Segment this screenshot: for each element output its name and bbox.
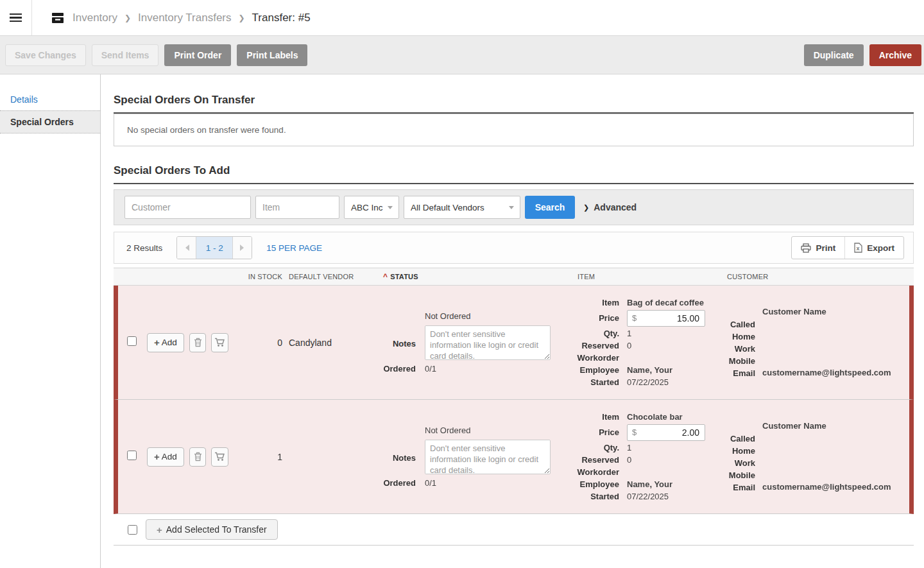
row-checkbox[interactable]: [127, 336, 137, 346]
cart-button[interactable]: [211, 333, 228, 352]
previous-page-button[interactable]: [177, 237, 196, 259]
results-count: 2 Results: [126, 243, 162, 253]
column-header-item[interactable]: ITEM: [565, 273, 712, 280]
customer-email-link[interactable]: customername@lightspeed.com: [762, 368, 903, 378]
print-results-button[interactable]: Print: [792, 237, 844, 259]
ordered-label: Ordered: [375, 478, 416, 488]
price-input[interactable]: [637, 427, 705, 438]
arrow-right-icon: [240, 245, 247, 251]
breadcrumb-current-page: Transfer: #5: [252, 12, 311, 24]
column-header-default-vendor[interactable]: DEFAULT VENDOR: [282, 273, 375, 280]
trash-icon: [194, 338, 202, 347]
add-row-button[interactable]: +Add: [147, 447, 184, 467]
svg-text:x: x: [857, 245, 860, 252]
sidebar: Details Special Orders: [0, 74, 101, 568]
table-header: IN STOCK DEFAULT VENDOR ^STATUS ITEM CUS…: [114, 268, 914, 286]
price-input[interactable]: [637, 313, 705, 323]
customer-email-link[interactable]: customername@lightspeed.com: [762, 482, 903, 492]
column-header-customer[interactable]: CUSTOMER: [712, 273, 909, 280]
select-all-checkbox[interactable]: [128, 525, 137, 535]
column-header-in-stock[interactable]: IN STOCK: [228, 273, 282, 280]
sidebar-item-details[interactable]: Details: [0, 89, 100, 110]
delete-row-button[interactable]: [189, 333, 207, 352]
cart-icon: [214, 452, 225, 461]
status-block: Not Ordered Notes Ordered 0/1: [375, 426, 565, 488]
item-name-link[interactable]: Chocolate bar: [627, 412, 712, 422]
search-button[interactable]: Search: [525, 196, 575, 219]
work-label: Work: [712, 344, 755, 354]
send-items-button[interactable]: Send Items: [92, 44, 159, 66]
arrow-left-icon: [182, 245, 189, 251]
breadcrumb-inventory-transfers[interactable]: Inventory Transfers: [138, 12, 232, 24]
section-title-on-transfer: Special Orders On Transfer: [114, 94, 914, 114]
price-field: $: [627, 424, 705, 441]
mobile-label: Mobile: [712, 356, 755, 366]
empty-message: No special orders on transfer were found…: [114, 114, 914, 146]
started-value: 07/22/2025: [627, 492, 712, 502]
notes-label: Notes: [375, 453, 416, 463]
search-bar: ABC Inc All Default Vendors Search ❯ Adv…: [114, 189, 914, 225]
advanced-search-toggle[interactable]: ❯ Advanced: [583, 202, 637, 212]
workorder-value: [627, 467, 712, 478]
main-content: Special Orders On Transfer No special or…: [101, 74, 924, 568]
section-title-to-add: Special Orders To Add: [114, 164, 914, 184]
price-field: $: [627, 310, 705, 327]
workorder-label: Workorder: [565, 467, 619, 477]
notes-textarea[interactable]: [425, 325, 551, 360]
item-label: Item: [565, 298, 619, 307]
next-page-button[interactable]: [232, 237, 252, 259]
print-results-label: Print: [816, 243, 835, 253]
print-labels-button[interactable]: Print Labels: [237, 44, 307, 66]
inventory-box-icon: [51, 12, 64, 24]
add-row-button[interactable]: +Add: [147, 333, 184, 352]
employee-link[interactable]: Name, Your: [627, 479, 712, 490]
special-order-row: +Add 0 Candyland Not Ordered Notes Order…: [114, 286, 914, 400]
qty-value: 1: [627, 443, 712, 453]
reserved-label: Reserved: [565, 341, 619, 350]
reserved-value: 0: [627, 341, 712, 351]
work-label: Work: [712, 458, 755, 468]
archive-button[interactable]: Archive: [869, 44, 921, 66]
status-block: Not Ordered Notes Ordered 0/1: [375, 311, 565, 374]
notes-label: Notes: [375, 339, 416, 349]
duplicate-button[interactable]: Duplicate: [804, 44, 864, 66]
shop-select[interactable]: ABC Inc: [344, 196, 399, 219]
save-changes-button[interactable]: Save Changes: [5, 44, 86, 66]
main-menu-button[interactable]: [0, 0, 32, 35]
column-header-status[interactable]: ^STATUS: [375, 272, 565, 281]
print-order-button[interactable]: Print Order: [164, 44, 231, 66]
per-page-link[interactable]: 15 PER PAGE: [266, 243, 322, 253]
export-label: Export: [867, 243, 894, 253]
row-checkbox[interactable]: [127, 451, 137, 460]
pagination: 1 - 2: [176, 236, 252, 259]
plus-icon: +: [154, 337, 160, 348]
chevron-down-icon: [388, 206, 393, 212]
vendor-select[interactable]: All Default Vendors: [404, 196, 520, 219]
in-stock-value: 1: [228, 452, 282, 462]
add-selected-to-transfer-button[interactable]: +Add Selected To Transfer: [146, 519, 278, 540]
in-stock-value: 0: [228, 338, 282, 348]
shop-select-value: ABC Inc: [351, 203, 383, 212]
price-label: Price: [565, 313, 619, 323]
export-button[interactable]: x Export: [844, 237, 903, 259]
export-file-icon: x: [854, 243, 862, 253]
employee-link[interactable]: Name, Your: [627, 365, 712, 375]
ordered-value: 0/1: [425, 478, 565, 488]
qty-label: Qty.: [565, 443, 619, 452]
page-range[interactable]: 1 - 2: [196, 237, 232, 259]
sidebar-item-special-orders[interactable]: Special Orders: [0, 110, 100, 133]
customer-name-link[interactable]: Customer Name: [762, 421, 903, 431]
breadcrumb-inventory[interactable]: Inventory: [73, 12, 117, 24]
delete-row-button[interactable]: [189, 447, 207, 467]
item-search-input[interactable]: [255, 196, 339, 219]
cart-button[interactable]: [211, 447, 228, 467]
customer-name-link[interactable]: Customer Name: [762, 307, 903, 317]
customer-search-input[interactable]: [124, 196, 251, 219]
currency-symbol: $: [628, 427, 637, 437]
employee-label: Employee: [565, 365, 619, 375]
top-bar: Inventory ❯ Inventory Transfers ❯ Transf…: [0, 0, 924, 36]
item-name-link[interactable]: Bag of decaf coffee: [627, 298, 712, 308]
status-value: Not Ordered: [425, 426, 565, 436]
notes-textarea[interactable]: [425, 440, 551, 474]
reserved-value: 0: [627, 455, 712, 465]
